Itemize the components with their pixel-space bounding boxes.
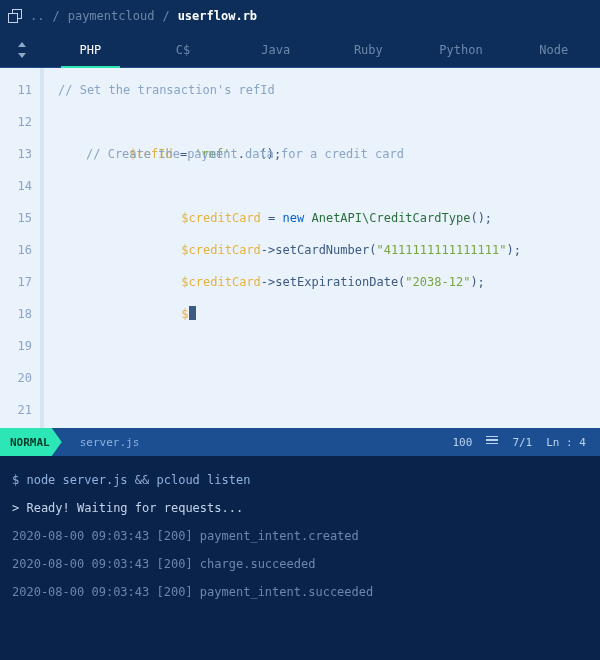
line-number: 17 bbox=[0, 266, 40, 298]
line-gutter: 11 12 13 14 15 16 17 18 19 20 21 bbox=[0, 68, 44, 428]
line-number: 16 bbox=[0, 234, 40, 266]
window-stack-icon bbox=[8, 9, 22, 23]
code-var: $creditCard bbox=[181, 275, 260, 289]
tab-php[interactable]: PHP bbox=[44, 32, 137, 67]
code-call: ->setCardNumber( bbox=[261, 243, 377, 257]
status-col: 100 bbox=[453, 436, 473, 449]
tab-label: Node bbox=[539, 43, 568, 57]
status-pos: 7/1 bbox=[512, 436, 532, 449]
breadcrumb-folder[interactable]: paymentcloud bbox=[68, 9, 155, 23]
line-number: 15 bbox=[0, 202, 40, 234]
tab-java[interactable]: Java bbox=[229, 32, 322, 67]
code-call: ->setExpirationDate( bbox=[261, 275, 406, 289]
hamburger-icon[interactable] bbox=[486, 436, 498, 449]
sort-icon bbox=[15, 42, 29, 58]
code-type: AnetAPI\CreditCardType bbox=[311, 211, 470, 225]
breadcrumb-file[interactable]: userflow.rb bbox=[178, 9, 257, 23]
tab-label: Ruby bbox=[354, 43, 383, 57]
line-number: 11 bbox=[0, 74, 40, 106]
empty-line bbox=[58, 362, 592, 394]
code-punct: = bbox=[261, 211, 283, 225]
line-number: 20 bbox=[0, 362, 40, 394]
terminal-panel[interactable]: $ node server.js && pcloud listen > Read… bbox=[0, 456, 600, 660]
status-file[interactable]: server.js bbox=[80, 436, 140, 449]
empty-line bbox=[58, 394, 592, 426]
language-tabstrip: PHP C$ Java Ruby Python Node bbox=[0, 32, 600, 68]
line-number: 18 bbox=[0, 298, 40, 330]
code-var: $ bbox=[181, 307, 188, 321]
terminal-line: 2020-08-00 09:03:43 [200] payment_intent… bbox=[12, 578, 588, 606]
titlebar: .. / paymentcloud / userflow.rb bbox=[0, 0, 600, 32]
tab-label: PHP bbox=[79, 43, 101, 57]
code-keyword: new bbox=[283, 211, 305, 225]
tab-label: Java bbox=[261, 43, 290, 57]
line-number: 14 bbox=[0, 170, 40, 202]
code-string: "2038-12" bbox=[405, 275, 470, 289]
code-punct: ); bbox=[470, 275, 484, 289]
status-bar: NORMAL server.js 100 7/1 Ln : 4 bbox=[0, 428, 600, 456]
code-string: "4111111111111111" bbox=[376, 243, 506, 257]
breadcrumb-sep: / bbox=[52, 9, 59, 23]
tab-cs[interactable]: C$ bbox=[137, 32, 230, 67]
sort-toggle[interactable] bbox=[0, 32, 44, 67]
status-line: Ln : 4 bbox=[546, 436, 586, 449]
code-comment: // Set the transaction's refId bbox=[58, 83, 275, 97]
line-number: 12 bbox=[0, 106, 40, 138]
line-number: 13 bbox=[0, 138, 40, 170]
tab-node[interactable]: Node bbox=[507, 32, 600, 67]
code-punct: (); bbox=[470, 211, 492, 225]
code-comment: // Create the payment data for a credit … bbox=[86, 147, 404, 161]
breadcrumb-dots: .. bbox=[30, 9, 44, 23]
line-number: 19 bbox=[0, 330, 40, 362]
tab-label: C$ bbox=[176, 43, 190, 57]
code-var: $creditCard bbox=[181, 211, 260, 225]
code-editor[interactable]: 11 12 13 14 15 16 17 18 19 20 21 // Set … bbox=[0, 68, 600, 428]
code-punct: ); bbox=[506, 243, 520, 257]
terminal-line: 2020-08-00 09:03:43 [200] charge.succeed… bbox=[12, 550, 588, 578]
code-body[interactable]: // Set the transaction's refId $refId = … bbox=[44, 68, 600, 428]
terminal-line: > Ready! Waiting for requests... bbox=[12, 494, 588, 522]
terminal-line: $ node server.js && pcloud listen bbox=[12, 466, 588, 494]
terminal-line: 2020-08-00 09:03:43 [200] payment_intent… bbox=[12, 522, 588, 550]
breadcrumb-sep: / bbox=[162, 9, 169, 23]
code-var: $creditCard bbox=[181, 243, 260, 257]
vim-mode-badge: NORMAL bbox=[0, 428, 62, 456]
text-cursor bbox=[189, 306, 196, 320]
tab-label: Python bbox=[439, 43, 482, 57]
line-number: 21 bbox=[0, 394, 40, 426]
tab-ruby[interactable]: Ruby bbox=[322, 32, 415, 67]
tab-python[interactable]: Python bbox=[415, 32, 508, 67]
